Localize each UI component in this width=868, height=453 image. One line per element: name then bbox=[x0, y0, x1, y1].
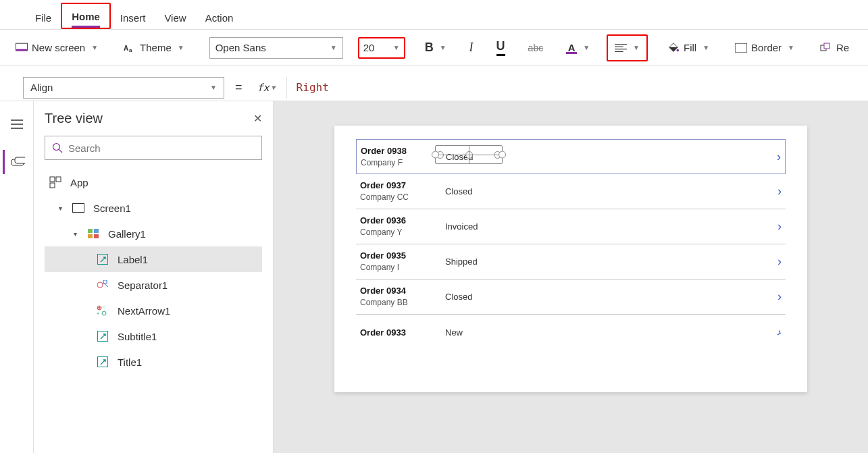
underline-label: U bbox=[496, 39, 505, 56]
tree-item-title1[interactable]: Title1 bbox=[45, 349, 262, 375]
svg-rect-9 bbox=[736, 43, 747, 52]
reorder-icon bbox=[820, 42, 832, 54]
screen-icon bbox=[16, 42, 28, 54]
svg-rect-24 bbox=[94, 229, 99, 233]
tab-home[interactable]: Home bbox=[61, 3, 111, 29]
gallery-icon bbox=[85, 227, 101, 240]
left-rail bbox=[0, 101, 34, 453]
chevron-right-icon[interactable]: › bbox=[777, 219, 782, 234]
search-icon bbox=[52, 142, 63, 153]
property-select[interactable]: Align ▼ bbox=[23, 77, 224, 99]
bold-label: B bbox=[425, 41, 434, 55]
svg-point-28 bbox=[97, 282, 103, 288]
svg-point-8 bbox=[677, 49, 680, 51]
underline-button[interactable]: U bbox=[490, 35, 511, 60]
svg-text:A: A bbox=[124, 45, 128, 52]
rail-menu-icon[interactable] bbox=[3, 112, 31, 136]
gallery-row[interactable]: Order 0938 Company F Closed › bbox=[356, 139, 786, 174]
svg-rect-21 bbox=[50, 183, 55, 188]
tree-item-subtitle1[interactable]: Subtitle1 bbox=[45, 323, 262, 349]
fx-button[interactable]: fx ▼ bbox=[253, 82, 280, 94]
chevron-right-icon[interactable]: › bbox=[775, 325, 784, 340]
tree-search[interactable] bbox=[45, 136, 262, 160]
fill-button[interactable]: Fill ▼ bbox=[661, 38, 715, 58]
selection-handles[interactable] bbox=[435, 145, 503, 164]
tree-item-label1[interactable]: Label1 bbox=[45, 246, 262, 272]
label-icon bbox=[95, 329, 111, 343]
strikethrough-button[interactable]: abc bbox=[522, 38, 550, 57]
close-icon[interactable]: ✕ bbox=[253, 112, 262, 125]
chevron-down-icon: ▼ bbox=[633, 44, 640, 51]
chevron-right-icon[interactable]: › bbox=[777, 255, 782, 269]
border-label: Border bbox=[751, 42, 782, 53]
formula-value: Right bbox=[297, 81, 329, 94]
align-button[interactable]: ▼ bbox=[607, 34, 648, 61]
svg-text:a: a bbox=[129, 47, 132, 53]
search-input[interactable] bbox=[68, 142, 255, 154]
svg-rect-11 bbox=[824, 43, 829, 49]
chevron-down-icon: ▼ bbox=[91, 44, 98, 51]
reorder-label: Re bbox=[836, 42, 849, 53]
tree-item-separator1[interactable]: Separator1 bbox=[45, 272, 262, 298]
chevron-right-icon[interactable]: › bbox=[777, 290, 782, 304]
expand-icon[interactable]: ▾ bbox=[57, 205, 63, 212]
expand-icon[interactable]: ▾ bbox=[72, 230, 78, 238]
fill-icon bbox=[667, 42, 680, 54]
chevron-right-icon[interactable]: › bbox=[777, 184, 782, 198]
svg-rect-27 bbox=[98, 255, 108, 265]
svg-rect-22 bbox=[73, 204, 84, 213]
gallery-row[interactable]: Order 0937Company CC Closed › bbox=[356, 174, 786, 209]
theme-icon: Aa bbox=[124, 42, 136, 54]
screen-icon bbox=[70, 201, 86, 215]
gallery-row[interactable]: Order 0935Company I Shipped › bbox=[356, 244, 786, 279]
gallery-row[interactable]: Order 0933 New › bbox=[356, 315, 786, 350]
svg-rect-35 bbox=[98, 357, 108, 367]
svg-text:+: + bbox=[97, 311, 99, 316]
formula-bar: Align ▼ = fx ▼ Right bbox=[0, 74, 868, 101]
font-color-button[interactable]: A ▼ bbox=[560, 38, 596, 58]
rail-tree-icon[interactable] bbox=[3, 150, 31, 174]
formula-input[interactable]: Right bbox=[286, 77, 868, 99]
align-icon bbox=[615, 42, 627, 54]
tree-panel: Tree view ✕ App ▾ Screen1 ▾ Gallery1 bbox=[34, 101, 274, 453]
font-size-value: 20 bbox=[363, 42, 375, 53]
canvas[interactable]: Order 0938 Company F Closed › Order 0937… bbox=[274, 101, 868, 453]
svg-rect-20 bbox=[56, 177, 61, 182]
tab-view[interactable]: View bbox=[155, 5, 195, 29]
reorder-button[interactable]: Re bbox=[814, 38, 855, 58]
tab-file[interactable]: File bbox=[26, 5, 61, 29]
chevron-down-icon: ▼ bbox=[583, 44, 590, 51]
app-icon bbox=[47, 176, 63, 189]
property-value: Align bbox=[30, 82, 53, 93]
theme-button[interactable]: Aa Theme ▼ bbox=[118, 38, 190, 58]
gallery-row[interactable]: Order 0936Company Y Invoiced › bbox=[356, 209, 786, 244]
chevron-down-icon: ▼ bbox=[330, 44, 337, 51]
screen-preview: Order 0938 Company F Closed › Order 0937… bbox=[334, 126, 807, 392]
chevron-down-icon: ▼ bbox=[703, 44, 709, 51]
border-button[interactable]: Border ▼ bbox=[729, 38, 800, 58]
new-screen-button[interactable]: New screen ▼ bbox=[9, 38, 104, 58]
tree-gallery-node[interactable]: ▾ Gallery1 bbox=[45, 221, 262, 246]
font-family-select[interactable]: Open Sans ▼ bbox=[209, 37, 343, 59]
bold-button[interactable]: B ▼ bbox=[419, 36, 453, 59]
chevron-down-icon: ▼ bbox=[272, 84, 276, 91]
svg-rect-34 bbox=[98, 331, 108, 342]
separator-icon bbox=[95, 278, 111, 292]
font-size-select[interactable]: 20 ▼ bbox=[358, 37, 405, 59]
svg-rect-1 bbox=[16, 49, 27, 51]
tab-action[interactable]: Action bbox=[196, 5, 243, 29]
italic-button[interactable]: I bbox=[463, 36, 480, 59]
chevron-right-icon[interactable]: › bbox=[777, 150, 781, 164]
svg-rect-16 bbox=[15, 157, 25, 163]
fx-label: fx bbox=[257, 82, 270, 94]
fill-label: Fill bbox=[684, 42, 696, 53]
svg-rect-26 bbox=[94, 234, 99, 238]
tree-screen-node[interactable]: ▾ Screen1 bbox=[45, 195, 262, 221]
label-icon bbox=[95, 355, 111, 369]
tree-item-nextarrow1[interactable]: ♡+ NextArrow1 bbox=[45, 298, 262, 323]
gallery-row[interactable]: Order 0934Company BB Closed › bbox=[356, 279, 786, 315]
tree-app-node[interactable]: App bbox=[45, 169, 262, 195]
svg-rect-19 bbox=[50, 177, 55, 182]
tab-insert[interactable]: Insert bbox=[111, 5, 155, 29]
svg-text:♡: ♡ bbox=[103, 305, 106, 309]
